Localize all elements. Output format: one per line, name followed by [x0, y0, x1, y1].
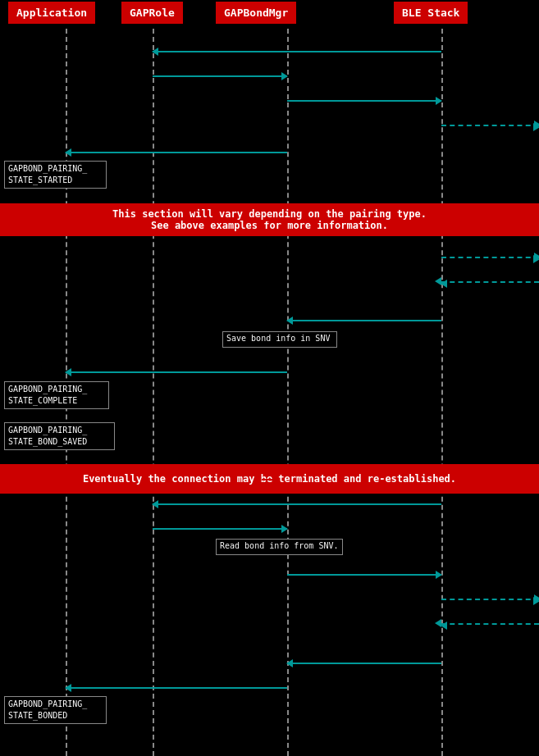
read-bond-label: Read bond info from SNV.	[220, 541, 339, 550]
note-read-bond: Read bond info from SNV.	[216, 539, 343, 555]
arrowhead-14	[435, 619, 441, 627]
section-reconnect-text: Eventually the connection may be termina…	[83, 473, 456, 485]
note-state-started: GAPBOND_PAIRING_STATE_STARTED	[4, 161, 107, 189]
section-pairing-type-text: This section will vary depending on the …	[112, 208, 427, 231]
save-bond-label: Save bond info in SNV	[226, 334, 330, 343]
state-complete-label: GAPBOND_PAIRING_STATE_COMPLETE	[8, 385, 87, 405]
diagram: Application GAPRole GAPBondMgr BLE Stack…	[0, 0, 539, 756]
arrow-8	[287, 320, 441, 321]
note-state-bond-saved: GAPBOND_PAIRING_STATE_BOND_SAVED	[4, 422, 115, 450]
arrowhead-7	[435, 277, 441, 285]
arrowhead-6	[534, 253, 539, 261]
note-state-bonded: GAPBOND_PAIRING_STATE_BONDED	[4, 696, 107, 724]
arrow-4	[441, 125, 539, 126]
state-bonded-label: GAPBOND_PAIRING_STATE_BONDED	[8, 699, 87, 720]
arrow-6	[441, 257, 539, 258]
note-state-complete: GAPBOND_PAIRING_STATE_COMPLETE	[4, 381, 109, 409]
arrowhead-13	[534, 594, 539, 603]
state-bond-saved-label: GAPBOND_PAIRING_STATE_BOND_SAVED	[8, 426, 87, 446]
arrow-15	[287, 663, 441, 664]
arrow-2	[153, 75, 287, 77]
section-pairing-type: This section will vary depending on the …	[0, 203, 539, 236]
actor-blestack: BLE Stack	[394, 2, 468, 24]
arrow-13	[441, 599, 539, 600]
arrow-5	[66, 152, 287, 153]
arrow-10	[153, 503, 441, 505]
note-save-bond: Save bond info in SNV	[222, 331, 337, 348]
lifeline-gapbondmgr	[287, 29, 289, 756]
arrow-16	[66, 687, 287, 689]
arrow-14	[441, 623, 539, 625]
state-started-label: GAPBOND_PAIRING_STATE_STARTED	[8, 164, 87, 184]
actor-application: Application	[8, 2, 95, 24]
actor-gaprole: GAPRole	[121, 2, 183, 24]
arrow-12	[287, 574, 441, 576]
section-reconnect: Eventually the connection may be termina…	[0, 464, 539, 494]
arrow-1	[153, 51, 441, 52]
arrow-7	[441, 281, 539, 283]
arrow-9	[66, 371, 287, 373]
arrow-3	[287, 100, 441, 102]
lifeline-blestack	[441, 29, 443, 756]
actor-gapbondmgr: GAPBondMgr	[216, 2, 296, 24]
arrow-11	[153, 528, 287, 530]
arrowhead-4	[534, 121, 539, 129]
lifeline-gaprole	[153, 29, 154, 756]
